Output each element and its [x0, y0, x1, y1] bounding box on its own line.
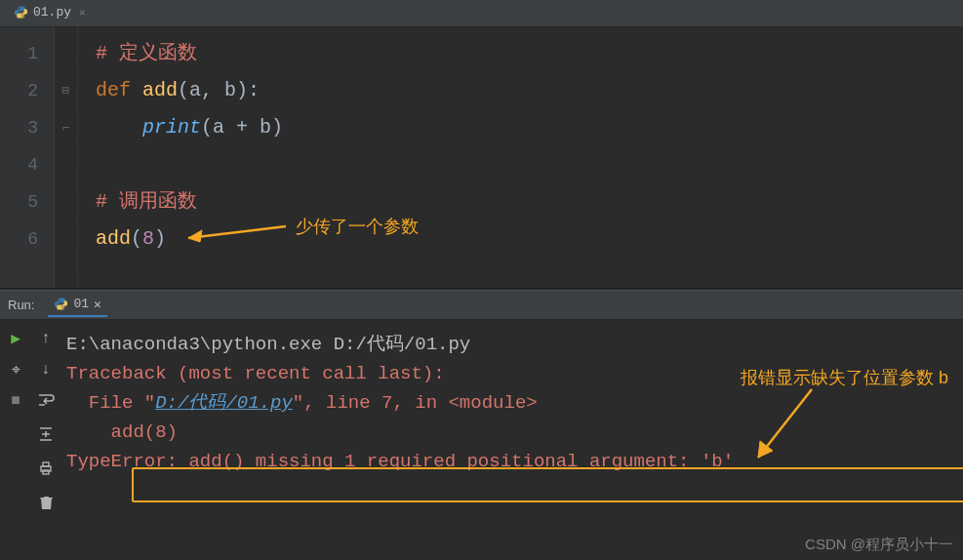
code-number: 8 — [142, 227, 154, 250]
code-body: 1 2 3 4 5 6 ⊟ ⌐ # 定义函数 def add(a, b): pr… — [0, 27, 963, 288]
code-params: (a, b): — [178, 79, 260, 101]
console-file-link[interactable]: D:/代码/01.py — [155, 392, 293, 414]
code-builtin: print — [142, 116, 201, 139]
run-toolbar-secondary: ↑ ↓ — [31, 320, 60, 560]
run-label: Run: — [8, 298, 34, 312]
line-number[interactable]: 6 — [0, 220, 54, 258]
fold-toggle-icon[interactable]: ⊟ — [55, 72, 77, 109]
code-paren: ( — [131, 227, 142, 250]
scroll-down-icon[interactable]: ↓ — [41, 361, 51, 379]
run-panel-header: Run: 01 ✕ — [0, 291, 963, 320]
line-number-gutter: 1 2 3 4 5 6 — [0, 27, 55, 288]
code-paren: ) — [154, 227, 166, 250]
console-command: E:\anaconda3\python.exe D:/代码/01.py — [66, 330, 953, 359]
annotation-arrow-icon — [739, 384, 826, 472]
fold-end-icon: ⌐ — [55, 109, 77, 146]
line-number[interactable]: 3 — [0, 109, 54, 146]
code-comment: # 调用函数 — [96, 190, 197, 213]
svg-marker-1 — [188, 230, 202, 242]
code-keyword: def — [96, 79, 142, 101]
editor-tab-bar: 01.py ✕ — [0, 0, 963, 27]
console-error: TypeError: add() missing 1 required posi… — [66, 451, 734, 472]
run-stop-icon[interactable]: ■ — [7, 392, 24, 410]
console-file-suffix: ", line 7, in <module> — [293, 392, 538, 414]
run-body: ▶ ⌖ ■ ↑ ↓ E:\anaconda3\python.exe D:/代码/… — [0, 320, 963, 560]
code-text-area[interactable]: # 定义函数 def add(a, b): print(a + b) # 调用函… — [78, 27, 963, 288]
svg-line-0 — [188, 226, 286, 238]
editor-tab-label: 01.py — [33, 5, 71, 20]
print-icon[interactable] — [38, 460, 54, 481]
scroll-up-icon[interactable]: ↑ — [41, 330, 51, 347]
svg-rect-3 — [43, 462, 49, 466]
code-function-name: add — [142, 79, 178, 101]
python-file-icon — [14, 5, 28, 20]
close-icon[interactable]: ✕ — [94, 297, 101, 312]
svg-rect-4 — [43, 470, 49, 474]
python-file-icon — [54, 297, 68, 311]
close-icon[interactable]: ✕ — [79, 6, 86, 19]
line-number[interactable]: 1 — [0, 35, 54, 72]
line-number[interactable]: 4 — [0, 146, 54, 183]
code-comment: # 定义函数 — [96, 42, 197, 64]
console-call: add(8) — [66, 421, 178, 443]
code-args: (a + b) — [201, 116, 283, 139]
run-tab[interactable]: 01 ✕ — [48, 294, 106, 317]
line-number[interactable]: 5 — [0, 183, 54, 220]
scroll-to-end-icon[interactable] — [38, 426, 54, 447]
run-play-icon[interactable]: ▶ — [7, 330, 24, 347]
editor-area: 01.py ✕ 1 2 3 4 5 6 ⊟ ⌐ # 定义函数 def add(a… — [0, 0, 963, 288]
line-number[interactable]: 2 — [0, 72, 54, 109]
fold-gutter: ⊟ ⌐ — [55, 27, 78, 288]
run-toolbar-primary: ▶ ⌖ ■ — [0, 320, 31, 560]
console-output[interactable]: E:\anaconda3\python.exe D:/代码/01.py Trac… — [60, 320, 963, 560]
editor-tab-01py[interactable]: 01.py ✕ — [6, 2, 94, 24]
console-file-prefix: File " — [66, 392, 155, 414]
run-panel: Run: 01 ✕ ▶ ⌖ ■ ↑ ↓ — [0, 291, 963, 560]
watermark: CSDN @程序员小十一 — [805, 536, 953, 554]
soft-wrap-icon[interactable] — [37, 392, 55, 413]
run-attach-icon[interactable]: ⌖ — [7, 361, 24, 379]
trash-icon[interactable] — [39, 495, 54, 515]
code-function-call: add — [96, 227, 131, 250]
run-tab-label: 01 — [73, 297, 89, 311]
console-traceback: Traceback (most recent call last): — [66, 363, 445, 384]
annotation-arrow-icon — [169, 219, 296, 248]
